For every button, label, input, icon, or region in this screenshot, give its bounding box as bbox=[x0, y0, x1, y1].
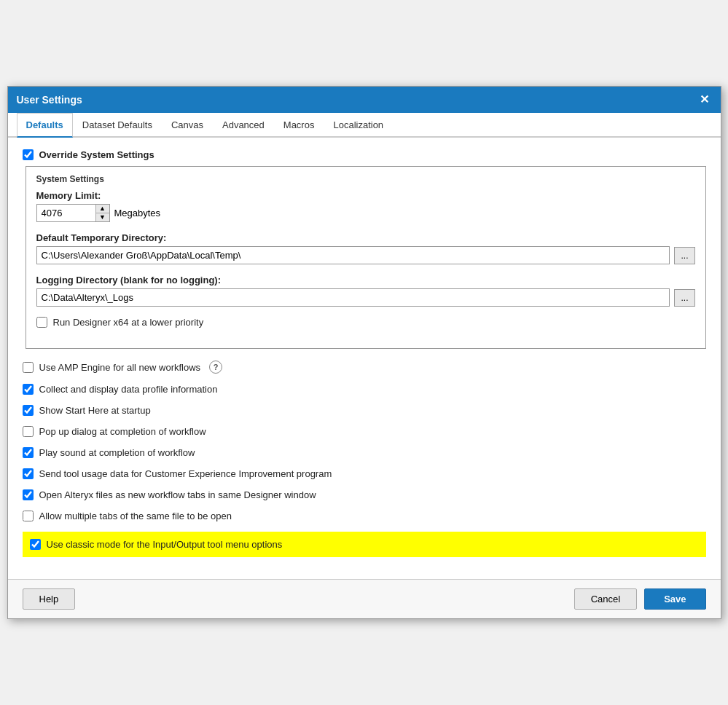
send-tool-usage-row: Send tool usage data for Customer Experi… bbox=[23, 468, 706, 479]
close-button[interactable]: ✕ bbox=[697, 92, 712, 107]
user-settings-dialog: User Settings ✕ Defaults Dataset Default… bbox=[7, 86, 721, 619]
amp-engine-row: Use AMP Engine for all new workflows ? bbox=[23, 361, 706, 374]
footer: Help Cancel Save bbox=[8, 579, 721, 618]
popup-dialog-row: Pop up dialog at completion of workflow bbox=[23, 426, 706, 437]
spinner-up[interactable]: ▲ bbox=[96, 205, 109, 213]
play-sound-checkbox[interactable] bbox=[23, 447, 34, 458]
classic-mode-label[interactable]: Use classic mode for the Input/Output to… bbox=[47, 539, 283, 550]
tab-canvas[interactable]: Canvas bbox=[162, 113, 213, 138]
amp-engine-label[interactable]: Use AMP Engine for all new workflows bbox=[39, 362, 201, 373]
open-alteryx-files-row: Open Alteryx files as new workflow tabs … bbox=[23, 489, 706, 500]
play-sound-row: Play sound at completion of workflow bbox=[23, 447, 706, 458]
popup-dialog-label[interactable]: Pop up dialog at completion of workflow bbox=[39, 426, 206, 437]
send-tool-usage-checkbox[interactable] bbox=[23, 468, 34, 479]
memory-unit-label: Megabytes bbox=[114, 208, 161, 218]
logging-dir-browse-button[interactable]: ... bbox=[674, 289, 694, 307]
send-tool-usage-label[interactable]: Send tool usage data for Customer Experi… bbox=[39, 468, 332, 479]
show-start-here-checkbox[interactable] bbox=[23, 405, 34, 416]
play-sound-label[interactable]: Play sound at completion of workflow bbox=[39, 447, 195, 458]
content-area: Override System Settings System Settings… bbox=[8, 138, 721, 579]
logging-dir-input[interactable] bbox=[36, 288, 670, 307]
memory-input[interactable] bbox=[37, 205, 95, 221]
classic-mode-row: Use classic mode for the Input/Output to… bbox=[23, 532, 706, 557]
classic-mode-checkbox[interactable] bbox=[30, 539, 41, 550]
allow-multiple-tabs-checkbox[interactable] bbox=[23, 511, 34, 521]
memory-row: ▲ ▼ Megabytes bbox=[36, 204, 695, 222]
amp-engine-help-icon[interactable]: ? bbox=[209, 361, 222, 374]
popup-dialog-checkbox[interactable] bbox=[23, 426, 34, 437]
dialog-title: User Settings bbox=[17, 94, 82, 106]
memory-spinner: ▲ ▼ bbox=[36, 204, 110, 222]
tab-macros[interactable]: Macros bbox=[274, 113, 324, 138]
lower-priority-label[interactable]: Run Designer x64 at a lower priority bbox=[53, 317, 204, 328]
tab-dataset-defaults[interactable]: Dataset Defaults bbox=[73, 113, 162, 138]
logging-dir-label: Logging Directory (blank for no logging)… bbox=[36, 275, 695, 285]
temp-dir-row: ... bbox=[36, 246, 695, 264]
open-alteryx-files-label[interactable]: Open Alteryx files as new workflow tabs … bbox=[39, 489, 316, 500]
override-system-label[interactable]: Override System Settings bbox=[39, 149, 154, 160]
temp-dir-input[interactable] bbox=[36, 246, 670, 264]
collect-data-profile-row: Collect and display data profile informa… bbox=[23, 384, 706, 395]
help-button[interactable]: Help bbox=[23, 588, 76, 610]
logging-dir-row: ... bbox=[36, 288, 695, 307]
show-start-here-label[interactable]: Show Start Here at startup bbox=[39, 405, 151, 416]
system-settings-group: System Settings Memory Limit: ▲ ▼ Megaby… bbox=[26, 166, 706, 349]
collect-data-profile-label[interactable]: Collect and display data profile informa… bbox=[39, 384, 218, 395]
amp-engine-checkbox[interactable] bbox=[23, 362, 34, 373]
spinner-buttons: ▲ ▼ bbox=[95, 205, 109, 221]
title-bar: User Settings ✕ bbox=[8, 87, 721, 113]
lower-priority-row: Run Designer x64 at a lower priority bbox=[36, 317, 695, 328]
temp-dir-label: Default Temporary Directory: bbox=[36, 232, 695, 243]
override-system-row: Override System Settings bbox=[23, 149, 706, 160]
collect-data-profile-checkbox[interactable] bbox=[23, 384, 34, 395]
tab-localization[interactable]: Localization bbox=[324, 113, 393, 138]
system-settings-legend: System Settings bbox=[36, 174, 695, 184]
cancel-button[interactable]: Cancel bbox=[574, 588, 637, 610]
memory-limit-label: Memory Limit: bbox=[36, 190, 695, 201]
override-system-checkbox[interactable] bbox=[23, 149, 34, 160]
show-start-here-row: Show Start Here at startup bbox=[23, 405, 706, 416]
allow-multiple-tabs-row: Allow multiple tabs of the same file to … bbox=[23, 511, 706, 521]
lower-priority-checkbox[interactable] bbox=[36, 317, 47, 328]
tab-advanced[interactable]: Advanced bbox=[213, 113, 274, 138]
tab-defaults[interactable]: Defaults bbox=[17, 113, 73, 138]
tabs-container: Defaults Dataset Defaults Canvas Advance… bbox=[8, 113, 721, 138]
allow-multiple-tabs-label[interactable]: Allow multiple tabs of the same file to … bbox=[39, 511, 232, 521]
temp-dir-browse-button[interactable]: ... bbox=[674, 247, 694, 264]
save-button[interactable]: Save bbox=[644, 588, 705, 610]
spinner-down[interactable]: ▼ bbox=[96, 213, 109, 221]
footer-right: Cancel Save bbox=[574, 588, 706, 610]
open-alteryx-files-checkbox[interactable] bbox=[23, 489, 34, 500]
